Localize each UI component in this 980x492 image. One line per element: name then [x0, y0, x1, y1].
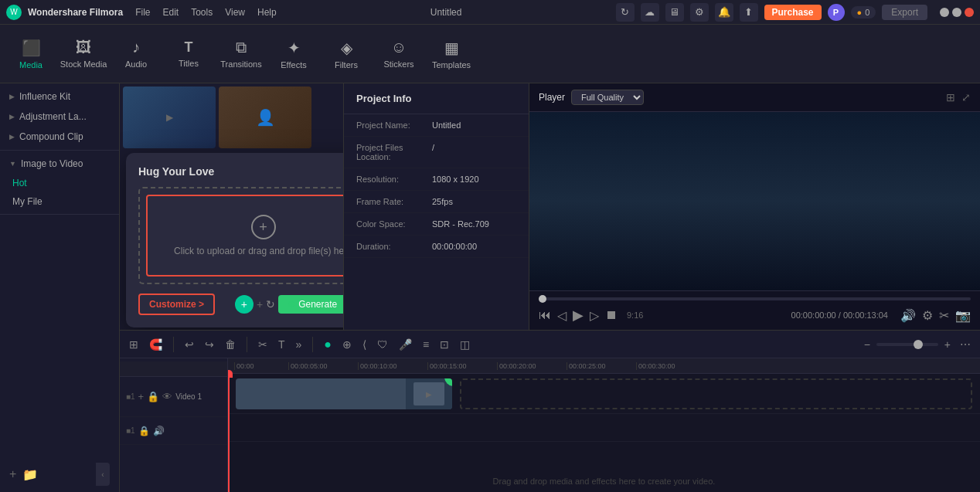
sync-icon[interactable]: ↻: [616, 3, 635, 22]
info-value-colorspace: SDR - Rec.709: [432, 219, 489, 229]
share-icon[interactable]: ⬆: [740, 3, 758, 22]
cloud-icon[interactable]: ☁: [641, 3, 659, 22]
mic-button[interactable]: 🎤: [396, 337, 415, 352]
crop-icon[interactable]: ✂: [939, 308, 949, 323]
zoom-slider[interactable]: [876, 343, 938, 346]
toolbar-audio[interactable]: ♪ Audio: [111, 28, 161, 80]
notification-icon[interactable]: 🔔: [715, 3, 733, 22]
main-toolbar: ⬛ Media 🖼 Stock Media ♪ Audio T Titles ⧉…: [0, 25, 980, 83]
export-button[interactable]: Export: [882, 5, 927, 20]
toolbar-effects[interactable]: ✦ Effects: [269, 28, 318, 80]
delete-button[interactable]: 🗑: [222, 337, 239, 352]
magnet-button[interactable]: 🧲: [146, 337, 165, 352]
monitor-icon[interactable]: 🖥: [665, 3, 684, 22]
detect-button[interactable]: ◫: [457, 337, 473, 352]
audio-track-row[interactable]: [228, 414, 980, 442]
eye-icon[interactable]: 👁: [162, 391, 172, 402]
stock-media-label: Stock Media: [60, 59, 107, 69]
media-thumb-2[interactable]: 👤: [219, 87, 311, 148]
close-button[interactable]: [965, 8, 974, 17]
media-thumb-1[interactable]: ▶: [123, 87, 216, 148]
text-button[interactable]: T: [275, 337, 288, 352]
zoom-handle[interactable]: [914, 340, 923, 349]
fullscreen-icon[interactable]: ⤢: [961, 91, 971, 103]
customize-button[interactable]: Customize >: [138, 294, 215, 315]
undo-button[interactable]: ↩: [182, 337, 197, 352]
profile-avatar[interactable]: P: [828, 4, 845, 21]
fit-button[interactable]: ⋯: [957, 337, 974, 352]
filters-icon: ◈: [341, 39, 352, 57]
title-actions: ↻ ☁ 🖥 ⚙ 🔔 ⬆ Purchase P ● 0 Export: [616, 3, 975, 22]
stop-button[interactable]: ⏹: [605, 308, 618, 322]
generate-button[interactable]: ⊕ Generate ⊕ 250: [278, 295, 344, 314]
caption-button[interactable]: ⊡: [437, 337, 452, 352]
sidebar-item-influence-kit[interactable]: ▶ Influence Kit: [0, 87, 119, 107]
toolbar-filters[interactable]: ◈ Filters: [322, 28, 371, 80]
audio-lock-icon[interactable]: 🔒: [138, 426, 150, 436]
add-track-icon[interactable]: +: [138, 391, 145, 402]
frame-back-button[interactable]: ◁: [557, 308, 567, 323]
info-value-framerate: 25fps: [432, 197, 453, 206]
ruler-mark-3: 00:00:15:00: [427, 362, 497, 370]
menu-tools[interactable]: Tools: [191, 7, 213, 18]
video-clip[interactable]: ▶ +: [236, 378, 452, 409]
transition-button[interactable]: ⊕: [339, 337, 355, 352]
upload-drop-area[interactable]: + Click to upload or drag and drop file(…: [146, 195, 344, 277]
window-title: Untitled: [283, 7, 610, 18]
info-label-resolution: Resolution:: [356, 175, 426, 184]
import-icon[interactable]: 📁: [22, 467, 38, 482]
purchase-button[interactable]: Purchase: [764, 5, 822, 20]
sidebar-item-compound-clip[interactable]: ▶ Compound Clip: [0, 127, 119, 147]
menu-help[interactable]: Help: [257, 7, 277, 18]
refresh-icon[interactable]: ↻: [266, 298, 275, 310]
toolbar-media[interactable]: ⬛ Media: [6, 28, 56, 80]
add-folder-icon[interactable]: +: [9, 467, 16, 481]
video-track-row[interactable]: ▶ +: [228, 374, 980, 414]
add-credit-button[interactable]: +: [235, 295, 254, 314]
menu-edit[interactable]: Edit: [162, 7, 179, 18]
toolbar-stock-media[interactable]: 🖼 Stock Media: [59, 28, 108, 80]
volume-icon[interactable]: 🔊: [900, 308, 916, 323]
audio-track-button[interactable]: ≡: [420, 337, 432, 352]
more-button[interactable]: »: [293, 337, 305, 352]
track-rows: ▶ + Drag and drop media and effects here…: [228, 374, 980, 492]
split-view-button[interactable]: ⊞: [126, 337, 141, 352]
record-button[interactable]: ●: [321, 336, 335, 353]
sidebar-item-image-to-video[interactable]: ▼ Image to Video: [0, 154, 119, 174]
sidebar-subitem-hot[interactable]: Hot: [0, 174, 119, 192]
toolbar-stickers[interactable]: ☺ Stickers: [374, 28, 424, 80]
media-label: Media: [19, 60, 43, 70]
sidebar-subitem-my-file[interactable]: My File: [0, 192, 119, 211]
titles-label: Titles: [179, 59, 199, 68]
menu-file[interactable]: File: [135, 7, 150, 18]
progress-handle[interactable]: [539, 295, 546, 303]
redo-button[interactable]: ↪: [202, 337, 217, 352]
frame-forward-button[interactable]: ▷: [590, 308, 599, 323]
prev-frame-button[interactable]: ⟨: [359, 337, 369, 352]
cut-button[interactable]: ✂: [255, 337, 271, 352]
generate-label: Generate: [298, 299, 337, 310]
menu-view[interactable]: View: [225, 7, 245, 18]
toolbar-titles[interactable]: T Titles: [164, 28, 213, 80]
collapse-panel-button[interactable]: ‹: [96, 463, 110, 486]
quality-select[interactable]: Full Quality 1/2 Quality 1/4 Quality: [571, 90, 644, 105]
toolbar-templates[interactable]: ▦ Templates: [427, 28, 476, 80]
zoom-in-button[interactable]: +: [941, 337, 954, 352]
toolbar-transitions[interactable]: ⧉ Transitions: [216, 28, 266, 80]
snapshot-icon[interactable]: 📷: [955, 308, 971, 323]
grid-view-icon[interactable]: ⊞: [946, 91, 955, 103]
settings-player-icon[interactable]: ⚙: [922, 308, 933, 323]
step-back-button[interactable]: ⏮: [539, 308, 551, 322]
audio-mute-icon[interactable]: 🔊: [153, 426, 165, 436]
sidebar-item-adjustment[interactable]: ▶ Adjustment La...: [0, 107, 119, 127]
maximize-button[interactable]: [952, 8, 961, 17]
minimize-button[interactable]: [940, 8, 949, 17]
zoom-out-button[interactable]: −: [861, 337, 873, 352]
shield-button[interactable]: 🛡: [374, 337, 391, 352]
effects-icon: ✦: [288, 39, 301, 57]
clip-thumbnail: ▶: [406, 378, 452, 409]
progress-bar[interactable]: [539, 297, 971, 300]
play-button[interactable]: ▶: [573, 307, 584, 324]
settings-icon[interactable]: ⚙: [690, 3, 709, 22]
lock-icon[interactable]: 🔒: [147, 391, 159, 402]
